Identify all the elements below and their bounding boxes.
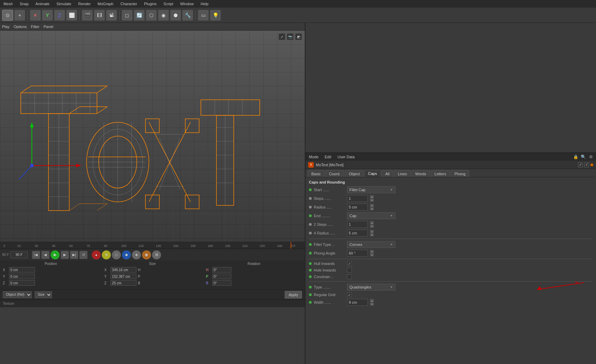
toolbar-film-btn[interactable]: 🎬 — [82, 10, 93, 21]
transform-mode-select[interactable]: Object (Rel) — [3, 291, 32, 298]
record-btn[interactable]: ● — [92, 250, 101, 259]
menu-plugins[interactable]: Plugins — [143, 1, 158, 7]
viewport[interactable]: ⤢ 📷 ◩ — [0, 30, 305, 242]
transform-size-select[interactable]: Size — [35, 291, 52, 298]
menu-mograph[interactable]: MoGraph — [96, 1, 115, 7]
frame-counter[interactable]: 90 F — [10, 251, 28, 258]
toolbar-shape3-btn[interactable]: ⬡ — [146, 10, 157, 21]
toolbar-shape5-btn[interactable]: ⬢ — [170, 10, 181, 21]
props-settings-icon[interactable]: ⚙ — [588, 154, 594, 160]
pos-y-input[interactable] — [9, 274, 35, 279]
radius-spin-up[interactable]: ▲ — [370, 204, 374, 207]
sec-filter[interactable]: Filter — [31, 25, 39, 29]
sec-options[interactable]: Options — [14, 25, 27, 29]
size-x-input[interactable] — [110, 267, 136, 273]
toolbar-film2-btn[interactable]: 🎞 — [94, 10, 105, 21]
menu-script[interactable]: Script — [162, 1, 175, 7]
regular-grid-checkbox[interactable]: ✓ — [347, 292, 352, 297]
play-btn[interactable]: ▶ — [51, 250, 60, 259]
rot-h-input[interactable] — [212, 267, 231, 273]
phong-angle-spin-up[interactable]: ▲ — [370, 250, 374, 253]
end-steps-input[interactable] — [347, 221, 368, 228]
props-lock-icon[interactable]: 🔒 — [572, 154, 579, 160]
viewport-camera-btn[interactable]: 📷 — [287, 33, 294, 40]
menu-simulate[interactable]: Simulate — [55, 1, 73, 7]
type-dropdown[interactable]: Quadrangles ▼ — [347, 284, 395, 291]
pos-x-input[interactable] — [9, 267, 35, 273]
size-z-input[interactable] — [110, 280, 136, 286]
toolbar-deform-btn[interactable]: 🔧 — [182, 10, 193, 21]
menu-animate[interactable]: Animate — [34, 1, 51, 7]
props-mode-menu[interactable]: Mode — [308, 154, 320, 160]
toolbar-x-btn[interactable]: ✕ — [30, 10, 41, 21]
steps-spin-down[interactable]: ▼ — [370, 198, 374, 202]
toolbar-z-btn[interactable]: Z — [54, 10, 65, 21]
phong-angle-input[interactable] — [347, 250, 368, 257]
key-btn-4[interactable]: ◉ — [142, 250, 151, 259]
toolbar-plane-btn[interactable]: ▭ — [198, 10, 209, 21]
go-start-btn[interactable]: |◀ — [32, 251, 40, 259]
menu-snap[interactable]: Snap — [18, 1, 30, 7]
size-y-input[interactable] — [110, 274, 136, 279]
auto-key-btn[interactable]: ⊕ — [102, 250, 111, 259]
viewport-display-btn[interactable]: ◩ — [295, 33, 302, 40]
viewport-expand-btn[interactable]: ⤢ — [278, 33, 285, 40]
toolbar-y-btn[interactable]: Y — [42, 10, 53, 21]
radius-spin-down[interactable]: ▼ — [370, 207, 374, 211]
toolbar-light-btn[interactable]: 💡 — [210, 10, 221, 21]
steps-input[interactable] — [347, 195, 368, 202]
toolbar-shape2-btn[interactable]: 🔄 — [134, 10, 145, 21]
hole-inwards-checkbox[interactable] — [347, 268, 352, 273]
sec-play[interactable]: Play — [2, 25, 9, 29]
menu-render[interactable]: Render — [77, 1, 92, 7]
rot-b-input[interactable] — [212, 280, 231, 286]
props-userdata-menu[interactable]: User Data — [336, 154, 356, 160]
end-radius-spin-down[interactable]: ▼ — [370, 233, 374, 237]
width-spin-down[interactable]: ▼ — [370, 302, 374, 306]
motext-prop-visible-btn[interactable]: ✓ — [578, 162, 583, 167]
tab-all[interactable]: All — [381, 170, 393, 177]
step-fwd-btn[interactable]: ▶ — [61, 251, 69, 259]
menu-help[interactable]: Help — [199, 1, 210, 7]
tab-coord[interactable]: Coord. — [325, 170, 344, 177]
width-spin-up[interactable]: ▲ — [370, 299, 374, 302]
key-btn-3[interactable]: ◈ — [132, 250, 141, 259]
toolbar-cube-btn[interactable]: ⬜ — [66, 10, 77, 21]
tab-lines[interactable]: Lines — [394, 170, 411, 177]
pos-z-input[interactable] — [9, 280, 35, 286]
toolbar-shape1-btn[interactable]: ◻ — [122, 10, 133, 21]
props-search-icon[interactable]: 🔍 — [580, 154, 586, 160]
toolbar-add-btn[interactable]: + — [14, 10, 25, 21]
key-btn-5[interactable]: ⊞ — [152, 250, 161, 259]
tab-object[interactable]: Object — [345, 170, 364, 177]
tab-basic[interactable]: Basic — [308, 170, 324, 177]
tab-caps[interactable]: Caps — [364, 170, 381, 177]
end-dropdown[interactable]: Cap ▼ — [347, 212, 395, 219]
motext-prop-render-btn[interactable]: ✓ — [584, 162, 589, 167]
loop-btn[interactable]: ↺ — [79, 251, 88, 259]
go-end-btn[interactable]: ▶| — [70, 251, 78, 259]
fillet-type-dropdown[interactable]: Convex ▼ — [347, 241, 395, 248]
end-steps-spin-down[interactable]: ▼ — [370, 224, 374, 228]
end-steps-spin-up[interactable]: ▲ — [370, 221, 374, 224]
key-btn-2[interactable]: ◆ — [122, 250, 131, 259]
hull-inwards-checkbox[interactable]: ✓ — [347, 261, 352, 266]
tab-words[interactable]: Words — [411, 170, 430, 177]
toolbar-new-btn[interactable]: ⊙ — [2, 10, 13, 21]
sec-panel[interactable]: Panel — [44, 25, 53, 29]
tab-phong[interactable]: Phong — [451, 170, 469, 177]
toolbar-shape4-btn[interactable]: ◉ — [158, 10, 169, 21]
radius-input[interactable] — [347, 204, 368, 211]
start-dropdown[interactable]: Fillet Cap ▼ — [347, 186, 395, 193]
width-input[interactable] — [347, 299, 368, 306]
tab-letters[interactable]: Letters — [431, 170, 450, 177]
menu-window[interactable]: Window — [179, 1, 195, 7]
phong-angle-spin-down[interactable]: ▼ — [370, 253, 374, 257]
toolbar-film3-btn[interactable]: 📽 — [106, 10, 117, 21]
apply-button[interactable]: Apply — [285, 291, 302, 299]
menu-character[interactable]: Character — [119, 1, 139, 7]
step-back-btn[interactable]: ◀ — [41, 251, 50, 259]
end-radius-spin-up[interactable]: ▲ — [370, 230, 374, 233]
constrain-checkbox[interactable] — [347, 274, 352, 279]
rot-p-input[interactable] — [212, 274, 231, 279]
